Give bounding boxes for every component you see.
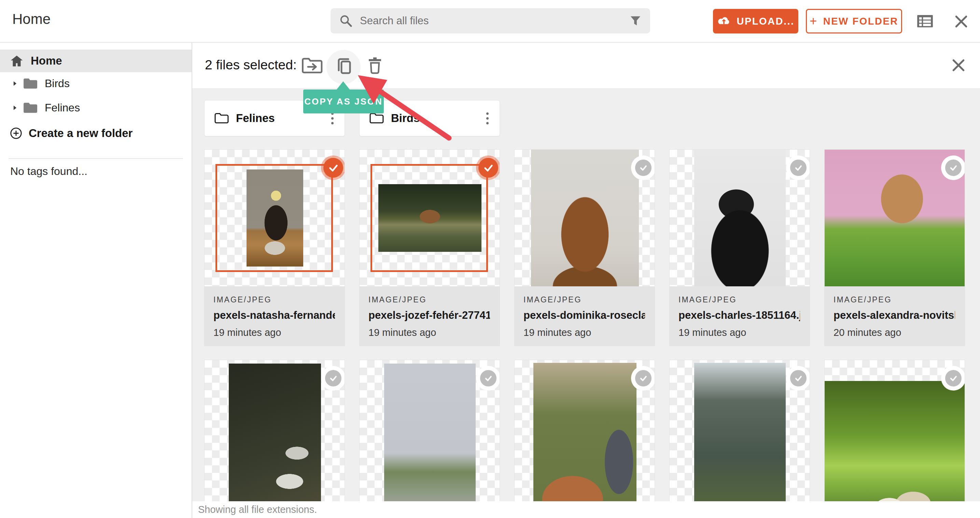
file-time: 19 minutes ago: [368, 327, 490, 338]
filter-icon[interactable]: [630, 15, 641, 27]
unselected-check-badge[interactable]: [941, 155, 965, 180]
sidebar-item-felines[interactable]: Felines: [0, 97, 80, 118]
file-row: [204, 360, 965, 501]
file-card[interactable]: IMAGE/JPEG pexels-alexandra-novitskaya-2…: [824, 149, 965, 346]
new-folder-button[interactable]: + NEW FOLDER: [806, 9, 902, 33]
folder-name: Felines: [236, 112, 275, 125]
copy-button[interactable]: [335, 56, 353, 75]
search-bar[interactable]: [331, 8, 650, 33]
file-name: pexels-dominika-roseclay-8952...: [523, 309, 645, 322]
unselected-check-badge[interactable]: [476, 366, 500, 390]
file-type: IMAGE/JPEG: [678, 295, 800, 304]
move-to-folder-button[interactable]: [301, 57, 325, 75]
photo-geese-crossing: [384, 363, 476, 501]
circle-plus-icon: [10, 127, 22, 140]
file-card[interactable]: [669, 360, 810, 501]
upload-button[interactable]: UPLOAD...: [713, 9, 798, 33]
chevron-right-icon[interactable]: [13, 81, 17, 86]
file-time: 19 minutes ago: [678, 327, 800, 338]
top-header: Home UPLOAD... + NEW FOLDER: [0, 0, 980, 43]
check-icon: [328, 162, 339, 174]
file-time: 19 minutes ago: [213, 327, 335, 338]
file-card[interactable]: [359, 360, 500, 501]
photo-lambs: [825, 381, 965, 501]
unselected-check-badge[interactable]: [321, 366, 345, 390]
close-selection-icon[interactable]: [951, 57, 966, 73]
file-card-selected[interactable]: IMAGE/JPEG pexels-natasha-fernandez-733.…: [204, 149, 345, 346]
folder-menu-kebab-icon[interactable]: [484, 110, 492, 127]
unselected-check-badge[interactable]: [941, 366, 965, 390]
file-grid-panel: Felines Birds: [192, 88, 980, 501]
sidebar: Home Birds Felines Create a new folder N…: [0, 43, 192, 518]
file-type: IMAGE/JPEG: [523, 295, 645, 304]
photo-white-deer: [694, 363, 786, 501]
sidebar-divider: [8, 158, 183, 159]
check-icon: [794, 374, 803, 383]
check-icon: [329, 374, 338, 383]
selected-check-badge[interactable]: [321, 155, 345, 180]
close-icon[interactable]: [953, 14, 969, 29]
sidebar-item-home[interactable]: Home: [0, 49, 192, 72]
unselected-check-badge[interactable]: [631, 366, 655, 390]
annotation-arrow: [352, 72, 454, 141]
search-input[interactable]: [359, 14, 623, 27]
selected-check-badge[interactable]: [476, 155, 500, 180]
page-title: Home: [12, 11, 51, 27]
photo-dachshund-portrait: [531, 150, 639, 286]
photo-dog-swimming: [378, 184, 482, 252]
folder-icon: [23, 77, 38, 90]
selection-count-text: 2 files selected:: [205, 57, 297, 72]
file-time: 19 minutes ago: [523, 327, 645, 338]
status-text: Showing all file extensions.: [198, 504, 317, 515]
check-icon: [794, 163, 803, 172]
file-card-selected[interactable]: IMAGE/JPEG pexels-jozef-fehér-2774140.jp…: [359, 149, 500, 346]
file-name: pexels-natasha-fernandez-733...: [213, 309, 335, 322]
file-row: IMAGE/JPEG pexels-natasha-fernandez-733.…: [204, 149, 965, 346]
unselected-check-badge[interactable]: [786, 155, 810, 180]
file-card[interactable]: [204, 360, 345, 501]
create-new-folder-button[interactable]: Create a new folder: [0, 123, 132, 143]
photo-dachshund-party-hat: [247, 169, 303, 266]
sidebar-item-birds[interactable]: Birds: [0, 73, 70, 94]
file-type: IMAGE/JPEG: [834, 295, 955, 304]
list-view-toggle-icon[interactable]: [916, 14, 934, 28]
file-name: pexels-alexandra-novitskaya-2...: [834, 309, 955, 322]
file-card[interactable]: [824, 360, 965, 501]
check-icon: [949, 163, 958, 172]
no-tags-text: No tags found...: [10, 165, 88, 178]
check-icon: [484, 374, 493, 383]
folder-icon: [23, 101, 38, 114]
cloud-upload-icon: [717, 16, 731, 26]
unselected-check-badge[interactable]: [786, 366, 810, 390]
file-type: IMAGE/JPEG: [368, 295, 490, 304]
file-name: pexels-jozef-fehér-2774140.jpg: [368, 309, 490, 322]
check-icon: [949, 374, 958, 383]
file-card[interactable]: IMAGE/JPEG pexels-charles-1851164.jpg 19…: [669, 149, 810, 346]
home-icon: [10, 55, 23, 67]
photo-kangaroo: [533, 363, 636, 501]
photo-seagulls: [229, 363, 321, 501]
check-icon: [639, 163, 648, 172]
photo-black-pug: [694, 150, 786, 286]
file-card[interactable]: IMAGE/JPEG pexels-dominika-roseclay-8952…: [514, 149, 655, 346]
plus-icon: +: [810, 14, 818, 29]
file-type: IMAGE/JPEG: [213, 295, 335, 304]
unselected-check-badge[interactable]: [631, 155, 655, 180]
file-time: 20 minutes ago: [834, 327, 955, 338]
file-card[interactable]: [514, 360, 655, 501]
file-name: pexels-charles-1851164.jpg: [678, 309, 800, 322]
search-icon: [339, 14, 352, 27]
chevron-right-icon[interactable]: [13, 105, 17, 110]
status-bar: Showing all file extensions.: [192, 501, 980, 518]
check-icon: [639, 374, 648, 383]
tooltip-arrow-up: [336, 81, 350, 90]
folder-outline-icon: [214, 112, 229, 124]
check-icon: [482, 162, 494, 174]
delete-button[interactable]: [367, 56, 383, 75]
